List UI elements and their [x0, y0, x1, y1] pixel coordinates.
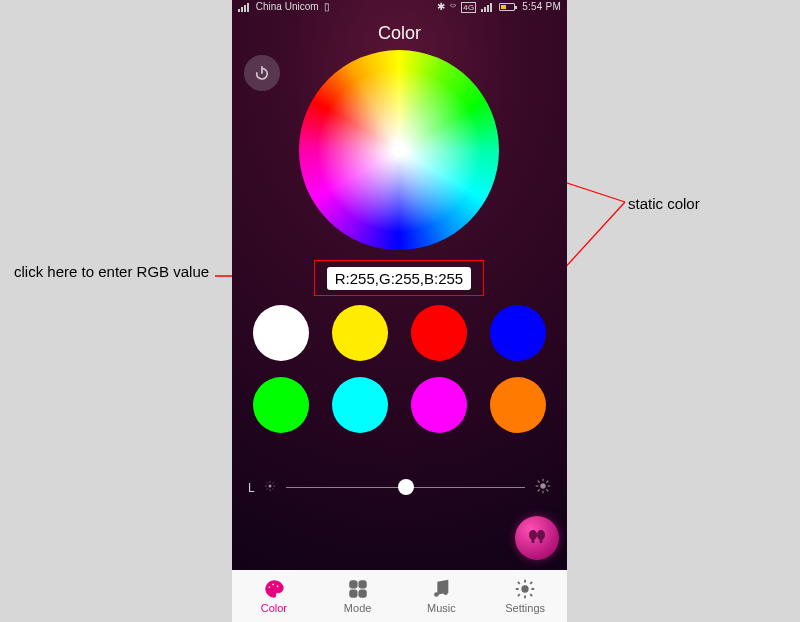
- wifi-icon: ⌔: [450, 1, 456, 12]
- svg-point-32: [276, 585, 278, 587]
- swatch-magenta[interactable]: [411, 377, 467, 433]
- group-button[interactable]: [515, 516, 559, 560]
- sim-icon: ▯: [324, 1, 330, 12]
- battery-icon: [499, 3, 515, 11]
- brightness-low-icon: [264, 480, 276, 495]
- tab-label: Color: [261, 602, 287, 614]
- brightness-thumb[interactable]: [398, 479, 414, 495]
- svg-rect-29: [540, 539, 543, 543]
- svg-line-22: [538, 481, 540, 483]
- color-wheel-cursor[interactable]: [392, 143, 406, 157]
- svg-rect-28: [532, 539, 535, 543]
- preset-swatches: [252, 305, 547, 433]
- svg-line-25: [546, 481, 548, 483]
- tab-bar: Color Mode Music Settings: [232, 570, 567, 622]
- svg-point-8: [269, 485, 272, 488]
- brightness-slider-row: L: [248, 478, 551, 497]
- bulb-group-icon: [525, 526, 549, 550]
- signal-icon: [238, 1, 250, 12]
- power-icon: [253, 64, 271, 82]
- gear-icon: [514, 578, 536, 600]
- grid-icon: [347, 578, 369, 600]
- rgb-input-highlight: R:255,G:255,B:255: [314, 260, 484, 296]
- power-button[interactable]: [244, 55, 280, 91]
- page-title: Color: [232, 23, 567, 44]
- svg-line-23: [546, 489, 548, 491]
- swatch-red[interactable]: [411, 305, 467, 361]
- swatch-green[interactable]: [253, 377, 309, 433]
- tab-label: Music: [427, 602, 456, 614]
- swatch-white[interactable]: [253, 305, 309, 361]
- tab-settings[interactable]: Settings: [483, 570, 567, 622]
- svg-rect-35: [349, 590, 356, 597]
- bluetooth-icon: ✱: [437, 1, 445, 12]
- carrier-label: China Unicom: [256, 1, 319, 12]
- color-wheel[interactable]: [299, 50, 499, 250]
- swatch-yellow[interactable]: [332, 305, 388, 361]
- palette-icon: [263, 578, 285, 600]
- swatch-orange[interactable]: [490, 377, 546, 433]
- tab-mode[interactable]: Mode: [316, 570, 400, 622]
- svg-line-24: [538, 489, 540, 491]
- svg-point-30: [268, 586, 270, 588]
- rgb-input[interactable]: R:255,G:255,B:255: [327, 267, 471, 290]
- tab-label: Mode: [344, 602, 372, 614]
- tab-color[interactable]: Color: [232, 570, 316, 622]
- svg-point-37: [435, 592, 440, 597]
- brightness-label: L: [248, 481, 264, 495]
- svg-line-14: [273, 489, 274, 490]
- clock: 5:54 PM: [522, 1, 561, 12]
- svg-point-39: [522, 586, 528, 592]
- status-bar: China Unicom ▯ ✱ ⌔ 4G 5:54 PM: [232, 0, 567, 15]
- svg-point-17: [540, 483, 545, 488]
- brightness-slider[interactable]: [286, 487, 525, 488]
- swatch-blue[interactable]: [490, 305, 546, 361]
- svg-point-38: [444, 590, 449, 595]
- tab-music[interactable]: Music: [400, 570, 484, 622]
- cell-icon: [481, 1, 493, 12]
- svg-line-15: [267, 489, 268, 490]
- phone-screen: China Unicom ▯ ✱ ⌔ 4G 5:54 PM Color R:25…: [232, 0, 567, 622]
- annotation-rgb-hint: click here to enter RGB value: [14, 263, 224, 280]
- svg-rect-33: [349, 581, 356, 588]
- svg-point-27: [537, 530, 545, 540]
- tab-label: Settings: [505, 602, 545, 614]
- svg-rect-34: [359, 581, 366, 588]
- svg-point-31: [272, 583, 274, 585]
- svg-line-13: [267, 483, 268, 484]
- svg-rect-36: [359, 590, 366, 597]
- svg-point-26: [529, 530, 537, 540]
- swatch-cyan[interactable]: [332, 377, 388, 433]
- brightness-high-icon: [535, 478, 551, 497]
- annotation-static-color: static color: [628, 195, 768, 212]
- svg-line-16: [273, 483, 274, 484]
- network-badge: 4G: [461, 2, 476, 13]
- music-icon: [430, 578, 452, 600]
